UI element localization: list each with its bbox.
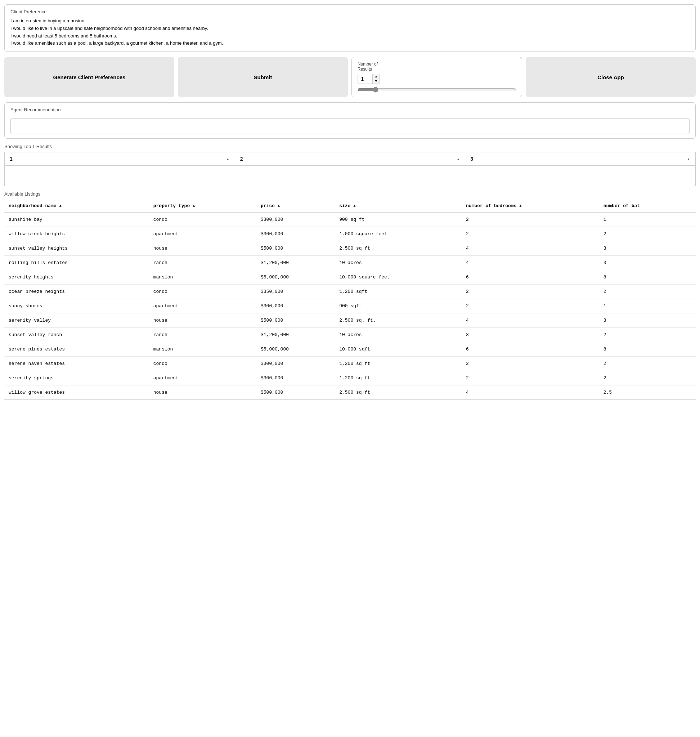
cell-neighborhood: ocean breeze heights xyxy=(4,284,149,299)
cell-property-type: house xyxy=(149,241,256,256)
cell-bedrooms: 4 xyxy=(462,241,599,256)
cell-neighborhood: sunny shores xyxy=(4,299,149,313)
cell-bathrooms: 2 xyxy=(599,284,696,299)
decrement-button[interactable]: ▼ xyxy=(373,79,379,84)
cell-property-type: mansion xyxy=(149,342,256,357)
sort-bedrooms: ▲ xyxy=(519,204,521,208)
cell-property-type: ranch xyxy=(149,256,256,270)
cell-neighborhood: willow creek heights xyxy=(4,227,149,241)
table-row: sunset valley heights house $500,000 2,5… xyxy=(4,241,696,256)
cell-price: $300,000 xyxy=(256,371,335,385)
table-row: serenity valley house $500,000 2,500 sq.… xyxy=(4,313,696,328)
cell-price: $300,000 xyxy=(256,299,335,313)
cell-size: 1,200 sq ft xyxy=(335,371,462,385)
results-columns-table: 1 ▲ 2 ▲ 3 ▲ xyxy=(4,152,696,186)
cell-bathrooms: 3 xyxy=(599,241,696,256)
table-row: willow creek heights apartment $300,000 … xyxy=(4,227,696,241)
sort-size: ▲ xyxy=(353,204,355,208)
col2-id: 2 xyxy=(240,156,243,162)
number-results-box: Number ofResults ▲ ▼ xyxy=(351,57,522,97)
cell-price: $500,000 xyxy=(256,385,335,400)
cell-property-type: ranch xyxy=(149,328,256,342)
th-size[interactable]: size ▲ xyxy=(335,200,462,212)
cell-property-type: house xyxy=(149,385,256,400)
cell-bedrooms: 2 xyxy=(462,357,599,371)
results-col-1-header[interactable]: 1 ▲ xyxy=(5,152,235,166)
cell-neighborhood: sunshine bay xyxy=(4,212,149,227)
cell-price: $300,000 xyxy=(256,357,335,371)
th-bathrooms[interactable]: number of bat xyxy=(599,200,696,212)
results-col-2-body xyxy=(235,166,465,186)
cell-price: $1,200,000 xyxy=(256,256,335,270)
cell-bathrooms: 8 xyxy=(599,270,696,284)
table-row: serenity heights mansion $5,000,000 10,0… xyxy=(4,270,696,284)
cell-size: 2,500 sq ft xyxy=(335,385,462,400)
cell-property-type: condo xyxy=(149,284,256,299)
pref-line-1: I am interested in buying a mansion. xyxy=(10,17,690,25)
spinner-buttons: ▲ ▼ xyxy=(372,74,379,84)
cell-property-type: house xyxy=(149,313,256,328)
submit-button[interactable]: Submit xyxy=(178,57,348,97)
cell-bathrooms: 2 xyxy=(599,357,696,371)
number-results-input[interactable] xyxy=(358,75,372,83)
cell-neighborhood: serene pines estates xyxy=(4,342,149,357)
cell-size: 10,000 sqft xyxy=(335,342,462,357)
showing-results-label: Showing Top 1 Results xyxy=(4,144,696,149)
cell-size: 10 acres xyxy=(335,328,462,342)
cell-size: 10 acres xyxy=(335,256,462,270)
table-row: sunny shores apartment $300,000 900 sqft… xyxy=(4,299,696,313)
th-property-type[interactable]: property type ▲ xyxy=(149,200,256,212)
th-bedrooms[interactable]: number of bedrooms ▲ xyxy=(462,200,599,212)
th-neighborhood-name[interactable]: neighborhood name ▲ xyxy=(4,200,149,212)
cell-neighborhood: sunset valley ranch xyxy=(4,328,149,342)
cell-price: $5,000,000 xyxy=(256,270,335,284)
agent-recommendation-box: Agent Recommendation xyxy=(4,102,696,139)
cell-size: 1,200 sq ft xyxy=(335,357,462,371)
cell-bedrooms: 6 xyxy=(462,342,599,357)
number-results-controls: ▲ ▼ xyxy=(357,74,516,84)
preference-text: I am interested in buying a mansion. I w… xyxy=(10,17,690,47)
cell-size: 900 sq ft xyxy=(335,212,462,227)
cell-neighborhood: serenity springs xyxy=(4,371,149,385)
cell-property-type: apartment xyxy=(149,371,256,385)
cell-property-type: mansion xyxy=(149,270,256,284)
agent-recommendation-input[interactable] xyxy=(10,118,690,134)
cell-bathrooms: 2 xyxy=(599,371,696,385)
cell-bathrooms: 2 xyxy=(599,227,696,241)
client-preference-label: Client Preference xyxy=(10,9,690,15)
cell-neighborhood: sunset valley heights xyxy=(4,241,149,256)
cell-property-type: apartment xyxy=(149,299,256,313)
results-col-1-body xyxy=(5,166,235,186)
pref-line-3: I would need at least 5 bedrooms and 5 b… xyxy=(10,32,690,40)
sort-price: ▲ xyxy=(278,204,280,208)
cell-size: 2,500 sq. ft. xyxy=(335,313,462,328)
cell-size: 1,200 sqft xyxy=(335,284,462,299)
cell-neighborhood: serenity valley xyxy=(4,313,149,328)
cell-bedrooms: 3 xyxy=(462,328,599,342)
th-price[interactable]: price ▲ xyxy=(256,200,335,212)
pref-line-2: I would like to live in a upscale and sa… xyxy=(10,25,690,32)
cell-bathrooms: 3 xyxy=(599,313,696,328)
sort-neighborhood: ▲ xyxy=(59,204,62,208)
pref-line-4: I would like amenities such as a pool, a… xyxy=(10,40,690,47)
results-col-3-header[interactable]: 3 ▲ xyxy=(465,152,696,166)
cell-bedrooms: 2 xyxy=(462,371,599,385)
generate-button[interactable]: Generate Client Preferences xyxy=(4,57,174,97)
cell-size: 2,500 sq ft xyxy=(335,241,462,256)
cell-bedrooms: 4 xyxy=(462,313,599,328)
cell-neighborhood: willow grove estates xyxy=(4,385,149,400)
close-app-button[interactable]: Close App xyxy=(526,57,696,97)
increment-button[interactable]: ▲ xyxy=(373,74,379,79)
cell-property-type: condo xyxy=(149,212,256,227)
cell-bathrooms: 2 xyxy=(599,328,696,342)
cell-neighborhood: rolling hills estates xyxy=(4,256,149,270)
table-row: sunshine bay condo $300,000 900 sq ft 2 … xyxy=(4,212,696,227)
cell-bedrooms: 6 xyxy=(462,270,599,284)
cell-bedrooms: 2 xyxy=(462,227,599,241)
cell-neighborhood: serene haven estates xyxy=(4,357,149,371)
agent-recommendation-label: Agent Recommendation xyxy=(10,107,690,112)
results-col-2-header[interactable]: 2 ▲ xyxy=(235,152,465,166)
results-slider[interactable] xyxy=(357,87,516,93)
table-row: serenity springs apartment $300,000 1,20… xyxy=(4,371,696,385)
cell-neighborhood: serenity heights xyxy=(4,270,149,284)
